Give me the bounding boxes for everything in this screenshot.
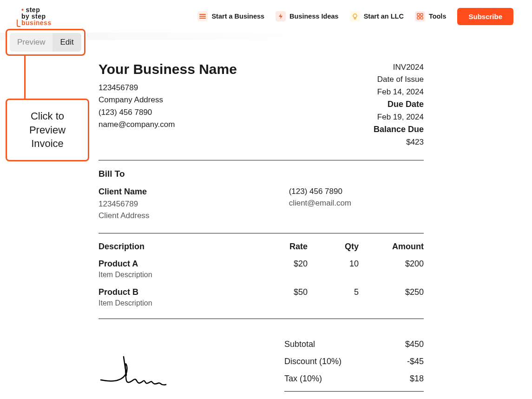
preview-callout: Preview Edit Click to Preview Invoice bbox=[6, 29, 89, 161]
item-rate: $50 bbox=[256, 287, 308, 297]
business-block: Your Business Name 123456789 Company Add… bbox=[99, 61, 237, 149]
svg-rect-3 bbox=[417, 17, 420, 19]
client-block-right: (123) 456 7890 client@email.com bbox=[289, 186, 351, 222]
logo-line-2: by step bbox=[21, 13, 52, 20]
business-address: Company Address bbox=[99, 94, 237, 106]
discount-label: Discount (10%) bbox=[284, 357, 342, 366]
divider bbox=[99, 319, 424, 319]
totals-divider bbox=[284, 391, 424, 392]
callout-arrow-icon bbox=[24, 56, 26, 99]
logo-bracket-icon bbox=[17, 20, 20, 27]
signature-icon bbox=[99, 354, 177, 392]
business-id: 123456789 bbox=[99, 82, 237, 94]
preview-tab[interactable]: Preview bbox=[10, 33, 53, 52]
item-name: Product B bbox=[99, 287, 256, 297]
lightbulb-icon bbox=[350, 11, 360, 21]
item-qty: 5 bbox=[308, 287, 359, 297]
invoice-meta: INV2024 Date of Issue Feb 14, 2024 Due D… bbox=[374, 61, 424, 149]
business-name: Your Business Name bbox=[99, 61, 237, 77]
tax-value: $18 bbox=[410, 374, 424, 384]
nav-label: Business Ideas bbox=[289, 13, 339, 20]
mode-toggle: Preview Edit bbox=[6, 29, 85, 56]
client-email: client@email.com bbox=[289, 197, 351, 209]
client-block-left: Client Name 123456789 Client Address bbox=[99, 186, 150, 222]
svg-rect-2 bbox=[420, 13, 423, 16]
subscribe-button[interactable]: Subscribe bbox=[457, 8, 513, 25]
item-description: Item Description bbox=[99, 299, 256, 307]
bolt-icon bbox=[276, 11, 286, 21]
discount-value: -$45 bbox=[407, 357, 424, 366]
col-description: Description bbox=[99, 242, 256, 252]
col-amount: Amount bbox=[359, 242, 424, 252]
logo-line-3: business bbox=[21, 20, 52, 26]
col-rate: Rate bbox=[256, 242, 308, 252]
issue-date: Feb 14, 2024 bbox=[374, 86, 424, 98]
due-label: Due Date bbox=[374, 98, 424, 111]
nav-start-llc[interactable]: Start an LLC bbox=[350, 11, 404, 21]
nav-business-ideas[interactable]: Business Ideas bbox=[276, 11, 339, 21]
callout-tip: Click to Preview Invoice bbox=[6, 99, 89, 161]
item-description: Item Description bbox=[99, 271, 256, 279]
logo-line-1: step bbox=[21, 7, 52, 13]
subtotal-label: Subtotal bbox=[284, 339, 315, 349]
client-address: Client Address bbox=[99, 210, 150, 222]
subtotal-value: $450 bbox=[405, 339, 424, 349]
item-rate: $20 bbox=[256, 259, 308, 269]
item-row: Product A Item Description $20 10 $200 bbox=[99, 259, 424, 279]
items-header: Description Rate Qty Amount bbox=[99, 242, 424, 252]
grid-icon bbox=[415, 11, 425, 21]
item-name: Product A bbox=[99, 259, 256, 269]
item-amount: $250 bbox=[359, 287, 424, 297]
invoice-number: INV2024 bbox=[374, 61, 424, 73]
client-id: 123456789 bbox=[99, 198, 150, 210]
nav-label: Tools bbox=[429, 13, 447, 20]
menu-icon bbox=[197, 11, 208, 21]
edit-tab[interactable]: Edit bbox=[53, 33, 81, 52]
client-name: Client Name bbox=[99, 186, 150, 198]
item-row: Product B Item Description $50 5 $250 bbox=[99, 287, 424, 307]
signature-area bbox=[99, 336, 177, 399]
client-phone: (123) 456 7890 bbox=[289, 186, 351, 198]
top-nav: step by step business Start a Business B… bbox=[0, 0, 532, 33]
balance-due: $423 bbox=[374, 136, 424, 148]
item-amount: $200 bbox=[359, 259, 424, 269]
business-email: name@company.com bbox=[99, 119, 237, 131]
col-qty: Qty bbox=[308, 242, 359, 252]
balance-label: Balance Due bbox=[374, 123, 424, 136]
nav-label: Start a Business bbox=[211, 13, 264, 20]
business-phone: (123) 456 7890 bbox=[99, 106, 237, 119]
divider bbox=[99, 160, 424, 160]
invoice-document: Your Business Name 123456789 Company Add… bbox=[99, 61, 424, 399]
nav-label: Start an LLC bbox=[364, 13, 404, 20]
issue-label: Date of Issue bbox=[374, 73, 424, 86]
bill-to-label: Bill To bbox=[99, 169, 424, 179]
divider bbox=[99, 233, 424, 233]
svg-point-0 bbox=[353, 14, 357, 18]
tax-label: Tax (10%) bbox=[284, 374, 322, 384]
totals-block: Subtotal $450 Discount (10%) -$45 Tax (1… bbox=[284, 336, 424, 399]
svg-rect-4 bbox=[420, 17, 423, 19]
nav-tools[interactable]: Tools bbox=[415, 11, 447, 21]
item-qty: 10 bbox=[308, 259, 359, 269]
svg-rect-1 bbox=[417, 13, 420, 16]
site-logo[interactable]: step by step business bbox=[19, 7, 52, 26]
due-date: Feb 19, 2024 bbox=[374, 111, 424, 123]
nav-start-business[interactable]: Start a Business bbox=[197, 11, 264, 21]
